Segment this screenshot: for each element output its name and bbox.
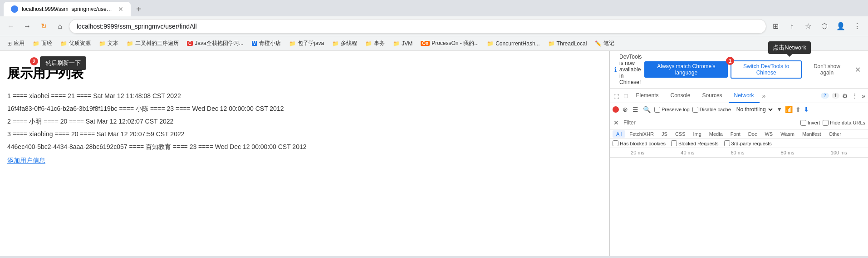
match-language-button[interactable]: Always match Chrome's language (644, 61, 728, 78)
third-party-checkbox[interactable] (724, 140, 730, 146)
type-tab-js[interactable]: JS (658, 130, 671, 138)
filter-icon[interactable]: ☰ (632, 105, 639, 114)
type-tab-fetch[interactable]: Fetch/XHR (626, 130, 657, 138)
disable-cache-checkbox-label[interactable]: Disable cache (692, 107, 731, 113)
blocked-cookies-checkbox[interactable] (613, 140, 618, 146)
type-tab-css[interactable]: CSS (672, 130, 689, 138)
disable-cache-checkbox[interactable] (692, 107, 698, 113)
type-tab-all[interactable]: All (613, 130, 625, 138)
bookmark-processon[interactable]: On ProcessOn - 我的... (417, 38, 482, 49)
notification-close-button[interactable]: ✕ (852, 64, 863, 75)
more-tabs-icon[interactable]: » (760, 92, 768, 99)
type-tab-wasm[interactable]: Wasm (777, 130, 798, 138)
dock-icon[interactable]: » (861, 91, 866, 100)
type-tab-other[interactable]: Other (825, 130, 845, 138)
bookmark-mianjing[interactable]: 📁 面经 (29, 38, 56, 49)
record-button[interactable] (613, 106, 619, 113)
network-toolbar: ⊗ ☰ 🔍 Preserve log Disable cache No thro… (610, 103, 868, 116)
bookmark-duoxiancheng[interactable]: 📁 多线程 (329, 38, 361, 49)
extensions-icon[interactable]: ⬡ (817, 19, 832, 34)
dont-show-again-button[interactable]: Don't show again (804, 61, 849, 78)
folder-icon-9: 📁 (487, 40, 494, 47)
bookmark-concurrent[interactable]: 📁 ConcurrentHash... (483, 39, 543, 49)
marker-60ms: 60 ms (731, 150, 744, 155)
tab-bar: localhost:9999/ssm_springmvc/user/findAl… (0, 0, 868, 16)
bookmark-shiwu[interactable]: 📁 事务 (362, 38, 388, 49)
filter-clear-icon[interactable]: ✕ (613, 118, 620, 127)
switch-devtools-button[interactable]: Switch DevTools to Chinese (731, 60, 802, 79)
blocked-cookies-label[interactable]: Has blocked cookies (613, 140, 666, 146)
type-tab-img[interactable]: Img (690, 130, 705, 138)
apps-icon: ⊞ (7, 40, 12, 47)
filter-input[interactable] (623, 119, 797, 126)
callout-container: 点击Network (768, 41, 811, 54)
type-tab-font[interactable]: Font (727, 130, 744, 138)
network-content-area (610, 158, 868, 256)
profile-icon[interactable]: 👤 (834, 19, 848, 34)
nav-right: ⊞ ↑ ☆ ⬡ 👤 ⋮ (768, 19, 864, 34)
blocked-requests-label[interactable]: Blocked Requests (671, 140, 719, 146)
tab-sources[interactable]: Sources (697, 89, 728, 103)
bookmark-apps[interactable]: ⊞ 应用 (4, 38, 28, 49)
throttling-select[interactable]: No throttling (734, 105, 774, 114)
forward-button[interactable]: → (20, 19, 34, 34)
info-icon: ℹ (614, 66, 617, 73)
preserve-log-checkbox[interactable] (654, 107, 660, 113)
bookmark-wenben[interactable]: 📁 文本 (95, 38, 122, 49)
tab-console[interactable]: Console (665, 89, 696, 103)
reload-button[interactable]: ↻ (36, 19, 51, 34)
device-icon[interactable]: □ (622, 92, 629, 99)
bookmark-notes[interactable]: ✏️ 笔记 (591, 38, 618, 49)
invert-checkbox-label[interactable]: Invert (800, 120, 820, 126)
bookmark-threadlocal[interactable]: 📁 ThreadLocal (544, 39, 591, 49)
blocked-requests-checkbox[interactable] (671, 140, 677, 146)
list-item: 446ec400-5bc2-4434-8aaa-28bc6192c057 ===… (7, 140, 602, 153)
pencil-icon: ✏️ (595, 40, 602, 47)
add-user-link[interactable]: 添加用户信息 (7, 157, 45, 164)
bookmark-icon[interactable]: ☆ (801, 19, 815, 34)
tab-elements[interactable]: Elements (630, 89, 664, 103)
address-bar[interactable]: localhost:9999/ssm_springmvc/user/findAl… (69, 19, 766, 34)
type-tab-media[interactable]: Media (706, 130, 726, 138)
tab-close-icon[interactable]: ✕ (118, 5, 123, 13)
user-list: 1 ==== xiaohei ==== 21 ==== Sat Mar 12 1… (7, 89, 602, 153)
bookmark-java[interactable]: C Java全栈抱团学习... (183, 38, 247, 49)
bookmark-jvm[interactable]: 📁 JVM (389, 39, 416, 49)
tab-network[interactable]: Network (729, 89, 760, 103)
active-tab[interactable]: localhost:9999/ssm_springmvc/user/findAl… (4, 2, 131, 16)
type-tab-doc[interactable]: Doc (745, 130, 761, 138)
back-button[interactable]: ← (4, 19, 18, 34)
search-network-icon[interactable]: 🔍 (642, 105, 652, 114)
invert-checkbox[interactable] (800, 120, 806, 126)
devtools-panel: ℹ DevTools is now available in Chinese! … (609, 51, 868, 256)
translate-icon[interactable]: ⊞ (768, 19, 783, 34)
switch-btn-container: Switch DevTools to Chinese 1 点击Network (731, 60, 802, 79)
hide-data-checkbox[interactable] (823, 120, 829, 126)
type-tab-manifest[interactable]: Manifest (799, 130, 825, 138)
cursor-icon[interactable]: ⬚ (612, 92, 621, 99)
type-tab-ws[interactable]: WS (761, 130, 776, 138)
bookmark-qingcheng[interactable]: V 青橙小店 (248, 38, 285, 49)
third-party-label[interactable]: 3rd-party requests (724, 140, 772, 146)
bookmark-baozi[interactable]: 📁 包子学java (285, 38, 328, 49)
list-item: 1 ==== xiaohei ==== 21 ==== Sat Mar 12 1… (7, 89, 602, 102)
marker-100ms: 100 ms (831, 150, 847, 155)
address-text: localhost:9999/ssm_springmvc/user/findAl… (77, 23, 197, 30)
folder-icon-10: 📁 (548, 40, 555, 47)
devtools-notification-bar: ℹ DevTools is now available in Chinese! … (610, 51, 868, 89)
settings-icon[interactable]: ⚙ (841, 91, 849, 100)
badge-2: 2 (30, 57, 38, 65)
bookmark-erchaShu[interactable]: 📁 二叉树的三序遍历 (123, 38, 182, 49)
new-tab-btn[interactable]: + (132, 4, 145, 15)
more-options-icon[interactable]: ⋮ (851, 91, 859, 100)
home-button[interactable]: ⌂ (53, 19, 67, 34)
hide-data-checkbox-label[interactable]: Hide data URLs (823, 120, 865, 126)
clear-button[interactable]: ⊗ (622, 105, 629, 114)
warning-count-badge: 1 (832, 93, 840, 99)
bookmark-youzhiziyuan[interactable]: 📁 优质资源 (57, 38, 94, 49)
share-icon[interactable]: ↑ (785, 19, 799, 34)
download-icon: ⬇ (804, 106, 809, 113)
list-item: 3 ==== xiaobing ==== 20 ==== Sat Mar 12 … (7, 128, 602, 140)
preserve-log-checkbox-label[interactable]: Preserve log (654, 107, 690, 113)
menu-icon[interactable]: ⋮ (850, 19, 864, 34)
